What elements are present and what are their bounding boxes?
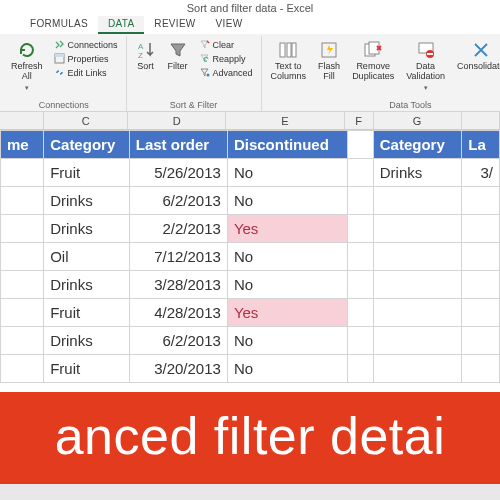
- col-head-partial2[interactable]: [462, 112, 500, 129]
- cell[interactable]: [462, 355, 500, 383]
- cell[interactable]: 4/28/2013: [129, 299, 227, 327]
- col-head-G[interactable]: G: [374, 112, 462, 129]
- properties-button[interactable]: Properties: [52, 52, 120, 65]
- svg-rect-10: [369, 42, 379, 54]
- cell[interactable]: [462, 271, 500, 299]
- refresh-all-button[interactable]: Refresh All▾: [8, 38, 46, 93]
- cell[interactable]: [462, 187, 500, 215]
- cell[interactable]: No: [227, 355, 347, 383]
- consolidate-button[interactable]: Consolidate: [454, 38, 500, 74]
- header-discontinued[interactable]: Discontinued: [227, 131, 347, 159]
- cell[interactable]: [1, 215, 44, 243]
- cell-empty[interactable]: [347, 131, 373, 159]
- cell[interactable]: [462, 299, 500, 327]
- remove-duplicates-button[interactable]: Remove Duplicates: [349, 38, 397, 84]
- cell[interactable]: [1, 327, 44, 355]
- table-row: Fruit3/20/2013No: [1, 355, 500, 383]
- cell[interactable]: [462, 215, 500, 243]
- data-validation-button[interactable]: Data Validation▾: [403, 38, 448, 93]
- cell[interactable]: Drinks: [44, 187, 130, 215]
- cell[interactable]: [462, 243, 500, 271]
- cell[interactable]: 2/2/2013: [129, 215, 227, 243]
- cell[interactable]: No: [227, 271, 347, 299]
- refresh-icon: [17, 40, 37, 60]
- cell[interactable]: [1, 159, 44, 187]
- cell[interactable]: 6/2/2013: [129, 327, 227, 355]
- header-name[interactable]: me: [1, 131, 44, 159]
- tab-review[interactable]: REVIEW: [144, 16, 205, 34]
- table-row: Oil7/12/2013No: [1, 243, 500, 271]
- cell[interactable]: No: [227, 159, 347, 187]
- cell[interactable]: [1, 187, 44, 215]
- col-head-partial[interactable]: [0, 112, 44, 129]
- cell[interactable]: [1, 355, 44, 383]
- col-head-F[interactable]: F: [345, 112, 374, 129]
- data-grid[interactable]: me Category Last order Discontinued Cate…: [0, 130, 500, 383]
- cell[interactable]: [373, 299, 462, 327]
- tab-formulas[interactable]: FORMULAS: [20, 16, 98, 34]
- header-lastorder[interactable]: Last order: [129, 131, 227, 159]
- cell[interactable]: Drinks: [44, 271, 130, 299]
- cell[interactable]: [347, 355, 373, 383]
- worksheet[interactable]: C D E F G me Category Last order Discont…: [0, 112, 500, 383]
- cell[interactable]: [347, 187, 373, 215]
- text-to-columns-button[interactable]: Text to Columns: [268, 38, 310, 84]
- cell[interactable]: [347, 243, 373, 271]
- cell[interactable]: Oil: [44, 243, 130, 271]
- cell[interactable]: [347, 271, 373, 299]
- cell[interactable]: Drinks: [373, 159, 462, 187]
- cell[interactable]: No: [227, 243, 347, 271]
- remove-duplicates-icon: [363, 40, 383, 60]
- cell[interactable]: [373, 187, 462, 215]
- col-head-E[interactable]: E: [226, 112, 345, 129]
- filter-button[interactable]: Filter: [165, 38, 191, 74]
- cell[interactable]: [1, 243, 44, 271]
- cell[interactable]: Fruit: [44, 159, 130, 187]
- cell[interactable]: Drinks: [44, 215, 130, 243]
- connections-button[interactable]: Connections: [52, 38, 120, 51]
- cell[interactable]: 7/12/2013: [129, 243, 227, 271]
- cell[interactable]: 3/28/2013: [129, 271, 227, 299]
- cell[interactable]: [373, 271, 462, 299]
- cell[interactable]: [373, 355, 462, 383]
- cell[interactable]: Yes: [227, 215, 347, 243]
- cell[interactable]: 3/20/2013: [129, 355, 227, 383]
- reapply-button[interactable]: Reapply: [197, 52, 255, 65]
- tab-view[interactable]: VIEW: [206, 16, 253, 34]
- svg-text:Z: Z: [138, 51, 143, 60]
- edit-links-button[interactable]: Edit Links: [52, 66, 120, 79]
- svg-rect-1: [55, 54, 64, 57]
- advanced-button[interactable]: Advanced: [197, 66, 255, 79]
- flash-fill-button[interactable]: Flash Fill: [315, 38, 343, 84]
- cell[interactable]: Fruit: [44, 355, 130, 383]
- cell[interactable]: [373, 243, 462, 271]
- cell[interactable]: Fruit: [44, 299, 130, 327]
- tab-data[interactable]: DATA: [98, 16, 144, 34]
- col-head-D[interactable]: D: [128, 112, 226, 129]
- cell[interactable]: [373, 327, 462, 355]
- cell[interactable]: [347, 215, 373, 243]
- cell[interactable]: [373, 215, 462, 243]
- table-row: Drinks2/2/2013Yes: [1, 215, 500, 243]
- cell[interactable]: [347, 327, 373, 355]
- cell[interactable]: Drinks: [44, 327, 130, 355]
- col-head-C[interactable]: C: [44, 112, 128, 129]
- svg-rect-6: [287, 43, 291, 57]
- sort-button[interactable]: AZ Sort: [133, 38, 159, 74]
- header-category[interactable]: Category: [44, 131, 130, 159]
- cell[interactable]: [462, 327, 500, 355]
- cell[interactable]: [347, 159, 373, 187]
- cell[interactable]: 3/: [462, 159, 500, 187]
- cell[interactable]: [347, 299, 373, 327]
- cell[interactable]: No: [227, 187, 347, 215]
- group-data-tools: Text to Columns Flash Fill Remove Duplic…: [262, 36, 500, 111]
- header2-category[interactable]: Category: [373, 131, 462, 159]
- cell[interactable]: [1, 271, 44, 299]
- cell[interactable]: Yes: [227, 299, 347, 327]
- cell[interactable]: 6/2/2013: [129, 187, 227, 215]
- clear-button[interactable]: Clear: [197, 38, 255, 51]
- cell[interactable]: No: [227, 327, 347, 355]
- cell[interactable]: 5/26/2013: [129, 159, 227, 187]
- cell[interactable]: [1, 299, 44, 327]
- header2-last[interactable]: La: [462, 131, 500, 159]
